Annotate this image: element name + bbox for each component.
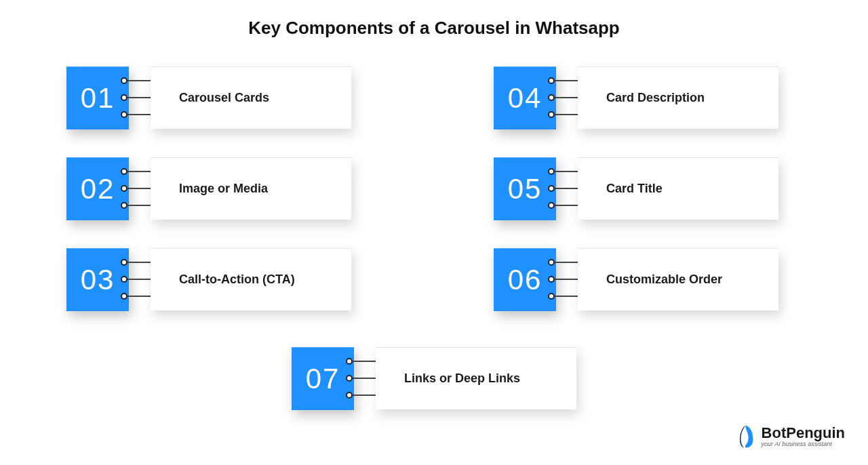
- component-item-5: 05 Card Title: [494, 157, 778, 220]
- page-title: Key Components of a Carousel in Whatsapp: [0, 18, 868, 39]
- brand-tagline: your AI business assistant: [762, 441, 845, 447]
- item-label: Customizable Order: [578, 248, 778, 310]
- item-label: Image or Media: [151, 157, 351, 220]
- item-number: 05: [494, 157, 556, 220]
- item-label: Links or Deep Links: [376, 347, 576, 409]
- brand-name-bold: Bot: [762, 424, 787, 441]
- item-number: 02: [66, 157, 129, 220]
- component-item-6: 06 Customizable Order: [494, 248, 778, 310]
- item-number: 04: [494, 66, 556, 129]
- component-item-2: 02 Image or Media: [66, 157, 351, 220]
- diagram-canvas: Key Components of a Carousel in Whatsapp…: [0, 0, 868, 465]
- item-label: Call-to-Action (CTA): [151, 248, 351, 310]
- brand-name: BotPenguin: [762, 426, 845, 441]
- component-item-4: 04 Card Description: [494, 66, 778, 129]
- component-item-1: 01 Carousel Cards: [66, 66, 351, 129]
- item-label: Card Description: [578, 66, 778, 129]
- item-number: 06: [494, 248, 556, 311]
- component-item-3: 03 Call-to-Action (CTA): [66, 248, 351, 310]
- component-item-7: 07 Links or Deep Links: [292, 347, 576, 409]
- item-label: Carousel Cards: [151, 66, 351, 129]
- item-number: 07: [292, 347, 354, 410]
- item-number: 03: [66, 248, 129, 311]
- item-label: Card Title: [578, 157, 778, 220]
- penguin-icon: [736, 424, 756, 449]
- brand-text: BotPenguin your AI business assistant: [762, 426, 845, 447]
- brand-name-rest: Penguin: [786, 424, 845, 441]
- item-number: 01: [66, 66, 129, 129]
- brand-logo: BotPenguin your AI business assistant: [736, 424, 845, 449]
